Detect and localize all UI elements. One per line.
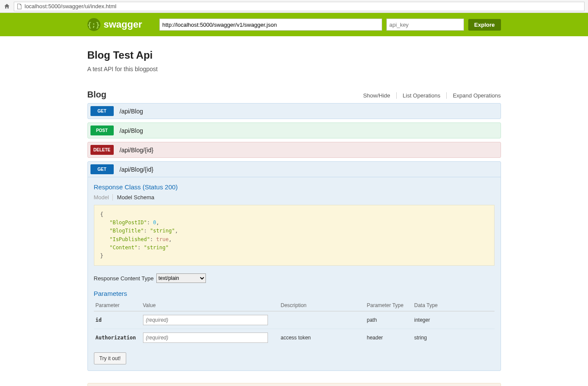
expand-ops-link[interactable]: Expand Operations xyxy=(447,92,501,99)
col-data-type: Data Type xyxy=(413,300,495,311)
list-ops-link[interactable]: List Operations xyxy=(397,92,447,99)
method-badge: GET xyxy=(90,164,114,174)
op-body: Response Class (Status 200) Model Model … xyxy=(88,177,501,370)
param-desc xyxy=(279,311,365,329)
param-dtype: integer xyxy=(413,311,495,329)
param-type: path xyxy=(365,311,413,329)
method-badge: GET xyxy=(90,106,114,116)
schema-val: 0 xyxy=(153,220,156,226)
op-put-blog-id: PUT /api/Blog/{id} xyxy=(87,383,501,386)
col-param-type: Parameter Type xyxy=(365,300,413,311)
schema-code[interactable]: { "BlogPostID": 0, "BlogTitle": "string"… xyxy=(94,205,495,266)
col-parameter: Parameter xyxy=(94,300,141,311)
param-value-input[interactable] xyxy=(143,333,268,343)
op-header[interactable]: DELETE /api/Blog/{id} xyxy=(88,142,501,157)
op-path: /api/Blog xyxy=(114,127,143,134)
table-row: Authorization access token header string xyxy=(94,329,495,347)
browser-bar: localhost:5000/swagger/ui/index.html xyxy=(0,0,588,13)
param-dtype: string xyxy=(413,329,495,347)
explore-button[interactable]: Explore xyxy=(468,19,501,31)
show-hide-link[interactable]: Show/Hide xyxy=(357,92,397,99)
method-badge: POST xyxy=(90,126,114,135)
swagger-header: {;} swagger Explore xyxy=(0,13,588,36)
try-it-out-button[interactable]: Try it out! xyxy=(94,352,127,364)
param-name: id xyxy=(94,311,141,329)
response-content-type-row: Response Content Type text/plain xyxy=(94,273,495,283)
model-tab[interactable]: Model xyxy=(94,194,113,201)
swagger-logo[interactable]: {;} swagger xyxy=(87,18,142,31)
op-path: /api/Blog xyxy=(114,108,143,115)
schema-val: true xyxy=(156,236,169,242)
brand-text: swagger xyxy=(104,19,142,30)
col-value: Value xyxy=(141,300,279,311)
schema-val: string xyxy=(147,245,165,251)
page-icon xyxy=(17,3,22,9)
api-title: Blog Test Api xyxy=(87,49,501,61)
param-desc: access token xyxy=(279,329,365,347)
api-key-input[interactable] xyxy=(386,19,464,31)
op-path: /api/Blog/{id} xyxy=(114,166,154,173)
table-row: id path integer xyxy=(94,311,495,329)
url-text: localhost:5000/swagger/ui/index.html xyxy=(25,3,116,9)
param-value-input[interactable] xyxy=(143,315,268,325)
section-title[interactable]: Blog xyxy=(87,90,357,100)
section-header: Blog Show/Hide List Operations Expand Op… xyxy=(87,90,501,100)
response-class-title: Response Class (Status 200) xyxy=(94,183,495,191)
op-delete-blog-id: DELETE /api/Blog/{id} xyxy=(87,142,501,158)
op-header[interactable]: GET /api/Blog xyxy=(88,104,501,119)
spec-url-input[interactable] xyxy=(159,19,382,31)
api-description: A test API for this blogpost xyxy=(87,66,501,72)
op-header[interactable]: POST /api/Blog xyxy=(88,123,501,138)
method-badge: DELETE xyxy=(90,145,114,155)
url-bar[interactable]: localhost:5000/swagger/ui/index.html xyxy=(14,2,585,11)
op-get-blog: GET /api/Blog xyxy=(87,103,501,119)
param-name: Authorization xyxy=(94,329,141,347)
parameters-table: Parameter Value Description Parameter Ty… xyxy=(94,300,495,346)
rct-label: Response Content Type xyxy=(94,275,154,282)
op-get-blog-id: GET /api/Blog/{id} Response Class (Statu… xyxy=(87,161,501,371)
model-tabs: Model Model Schema xyxy=(94,194,495,201)
op-post-blog: POST /api/Blog xyxy=(87,122,501,138)
param-type: header xyxy=(365,329,413,347)
op-header[interactable]: PUT /api/Blog/{id} xyxy=(88,383,501,386)
schema-val: string xyxy=(153,228,171,234)
section-links: Show/Hide List Operations Expand Operati… xyxy=(357,92,501,99)
logo-icon: {;} xyxy=(87,18,100,31)
main-container: Blog Test Api A test API for this blogpo… xyxy=(87,36,501,386)
op-header[interactable]: GET /api/Blog/{id} xyxy=(88,162,501,177)
op-path: /api/Blog/{id} xyxy=(114,147,154,154)
col-description: Description xyxy=(279,300,365,311)
parameters-title: Parameters xyxy=(94,290,495,297)
model-schema-tab[interactable]: Model Schema xyxy=(117,194,155,201)
rct-select[interactable]: text/plain xyxy=(156,273,206,283)
home-icon[interactable] xyxy=(3,3,10,10)
